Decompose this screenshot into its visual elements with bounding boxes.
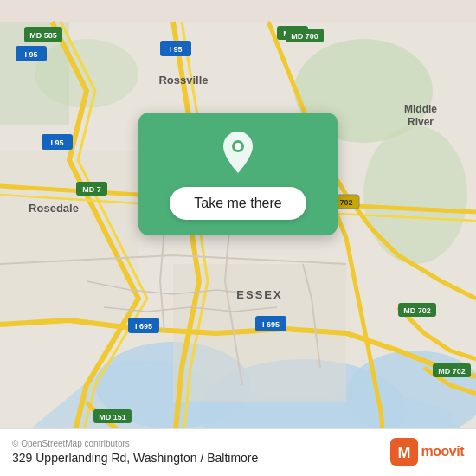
card-overlay: Take me there [138, 113, 338, 235]
moovit-brand-icon: M [390, 438, 418, 466]
map-background: I 95 I 95 I 95 MD 585 MD 7 MD 7 MD 700 7… [0, 0, 476, 476]
take-me-there-button[interactable]: Take me there [170, 187, 306, 220]
svg-text:MD 7: MD 7 [82, 185, 101, 194]
svg-point-2 [363, 125, 467, 264]
bottom-bar: © OpenStreetMap contributors 329 Upperla… [0, 428, 476, 476]
svg-text:MD 585: MD 585 [29, 31, 57, 40]
map-container: I 95 I 95 I 95 MD 585 MD 7 MD 7 MD 700 7… [0, 0, 476, 476]
svg-text:River: River [408, 116, 434, 128]
svg-point-42 [235, 143, 241, 150]
bottom-left: © OpenStreetMap contributors 329 Upperla… [12, 439, 258, 465]
svg-text:I 695: I 695 [262, 320, 280, 329]
copyright-text: © OpenStreetMap contributors [12, 439, 258, 448]
pin-icon-wrapper [219, 130, 257, 178]
svg-text:MD 702: MD 702 [403, 306, 431, 315]
moovit-logo[interactable]: M moovit [390, 438, 464, 466]
svg-text:MD 151: MD 151 [99, 413, 126, 421]
svg-text:Rosedale: Rosedale [29, 202, 79, 215]
svg-text:I 95: I 95 [50, 138, 63, 147]
svg-text:MD 700: MD 700 [291, 32, 318, 41]
svg-text:ESSEX: ESSEX [236, 288, 282, 301]
address-text: 329 Upperlanding Rd, Washington / Baltim… [12, 451, 258, 465]
location-pin-icon [219, 130, 257, 175]
svg-text:Rossville: Rossville [158, 74, 208, 87]
svg-text:I 695: I 695 [135, 322, 152, 331]
svg-text:M: M [397, 444, 410, 461]
moovit-wordmark: moovit [421, 444, 464, 460]
svg-text:I 95: I 95 [169, 45, 182, 54]
svg-text:Middle: Middle [404, 103, 437, 115]
svg-text:I 95: I 95 [24, 50, 37, 59]
svg-text:MD 702: MD 702 [438, 367, 466, 376]
svg-text:702: 702 [339, 198, 352, 207]
